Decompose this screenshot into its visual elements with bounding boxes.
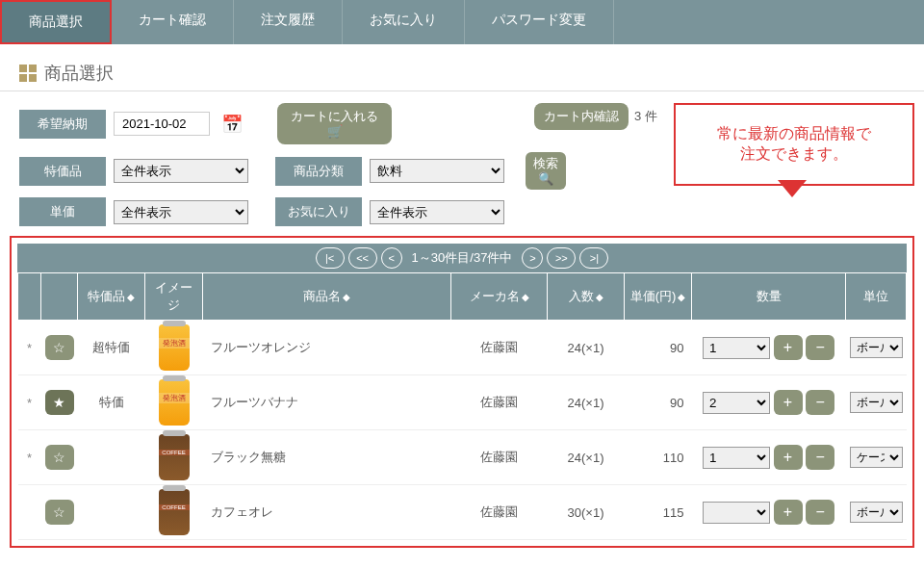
search-button[interactable]: 検索 🔍 [526,152,566,190]
select-tokka[interactable]: 全件表示 [114,159,248,183]
label-fav: お気に入り [275,197,362,226]
table-row: ☆ カフェオレ 佐藤園 30(×1) 115 + − ボール [18,485,907,540]
pager: |< << < 1～30件目/37件中 > >> >| [17,244,907,272]
qty-minus-button[interactable]: − [806,500,834,525]
favorite-toggle[interactable]: ★ [45,390,74,415]
qty-minus-button[interactable]: − [806,335,834,360]
filters: 希望納期 📅 カートに入れる 🛒 特価品 全件表示 商品分類 飲料 検索 🔍 単… [0,103,924,226]
row-price: 90 [625,375,692,430]
qty-select[interactable]: 1 [703,337,770,359]
col-tokka[interactable]: 特価品◆ [78,273,145,321]
col-image: イメージ [145,273,203,321]
tab-order-history[interactable]: 注文履歴 [234,0,343,44]
col-tanka[interactable]: 単価(円)◆ [625,273,692,321]
row-tokka [78,485,145,540]
pager-text: 1～30件目/37件中 [412,249,513,267]
row-price: 90 [625,321,692,375]
magnify-icon: 🔍 [538,171,553,187]
row-maker: 佐藤園 [451,375,548,430]
row-mark: * [18,430,41,485]
row-maker: 佐藤園 [451,430,548,485]
row-price: 110 [625,430,692,485]
table-row: * ☆ ブラック無糖 佐藤園 24(×1) 110 1 + − ケース [18,430,907,485]
col-mark [18,273,41,321]
row-name: ブラック無糖 [203,430,451,485]
label-date: 希望納期 [19,110,106,139]
qty-plus-button[interactable]: + [774,390,803,415]
row-maker: 佐藤園 [451,485,548,540]
product-table: 特価品◆ イメージ 商品名◆ メーカ名◆ 入数◆ 単価(円)◆ 数量 単位 * … [17,272,907,540]
grid-icon [19,65,37,82]
search-label: 検索 [533,156,558,171]
row-name: フルーツオレンジ [203,321,451,375]
product-image [159,379,190,426]
page-title: 商品選択 [44,62,114,85]
pager-prev[interactable]: < [381,247,402,269]
pager-prev-page[interactable]: << [348,247,377,269]
row-name: カフェオレ [203,485,451,540]
pager-last[interactable]: >| [579,247,608,269]
row-mark: * [18,321,41,375]
favorite-toggle[interactable]: ☆ [45,500,74,525]
qty-minus-button[interactable]: − [806,445,834,470]
unit-select[interactable]: ボール [850,392,903,413]
arrow-down-icon [778,180,807,197]
select-tanka[interactable]: 全件表示 [114,200,248,224]
qty-select[interactable]: 1 [703,447,770,469]
row-mark [18,485,41,540]
product-image [159,324,190,371]
col-fav [41,273,78,321]
page-title-row: 商品選択 [0,44,924,91]
favorite-toggle[interactable]: ☆ [45,335,74,360]
row-mark: * [18,375,41,430]
qty-plus-button[interactable]: + [774,500,803,525]
select-bunrui[interactable]: 飲料 [370,159,504,183]
qty-select[interactable]: 2 [703,392,770,414]
qty-plus-button[interactable]: + [774,335,803,360]
row-irisu: 24(×1) [548,375,625,430]
tab-cart-confirm[interactable]: カート確認 [112,0,234,44]
row-tokka: 特価 [78,375,145,430]
nav-tabs: 商品選択 カート確認 注文履歴 お気に入り パスワード変更 [0,0,924,44]
product-table-wrap: |< << < 1～30件目/37件中 > >> >| 特価品◆ イメージ 商品… [10,236,914,548]
label-tokka: 特価品 [19,157,106,186]
qty-select[interactable] [703,502,770,524]
row-maker: 佐藤園 [451,321,548,375]
add-to-cart-label: カートに入れる [291,109,378,124]
row-name: フルーツバナナ [203,375,451,430]
cart-count: 3 件 [634,108,657,125]
qty-minus-button[interactable]: − [806,390,834,415]
tab-product-select[interactable]: 商品選択 [0,0,112,44]
row-tokka [78,430,145,485]
product-image [159,489,190,535]
tab-password[interactable]: パスワード変更 [465,0,614,44]
col-name[interactable]: 商品名◆ [203,273,451,321]
calendar-icon[interactable]: 📅 [221,114,243,135]
cart-icon: 🛒 [327,124,343,140]
unit-select[interactable]: ケース [850,447,903,468]
pager-next-page[interactable]: >> [547,247,576,269]
col-unit: 単位 [846,273,907,321]
row-irisu: 24(×1) [548,321,625,375]
info-callout: 常に最新の商品情報で 注文できます。 [674,103,914,186]
unit-select[interactable]: ボール [850,502,903,523]
tab-favorites[interactable]: お気に入り [343,0,465,44]
select-fav[interactable]: 全件表示 [370,200,504,224]
qty-plus-button[interactable]: + [774,445,803,470]
product-image [159,434,190,480]
table-row: * ★ 特価 フルーツバナナ 佐藤園 24(×1) 90 2 + − ボール [18,375,907,430]
col-qty: 数量 [692,273,846,321]
label-bunrui: 商品分類 [275,157,362,186]
date-input[interactable] [114,112,210,136]
favorite-toggle[interactable]: ☆ [45,445,74,470]
unit-select[interactable]: ボール [850,337,903,358]
pager-first[interactable]: |< [316,247,345,269]
row-irisu: 24(×1) [548,430,625,485]
col-maker[interactable]: メーカ名◆ [451,273,548,321]
col-irisu[interactable]: 入数◆ [548,273,625,321]
table-row: * ☆ 超特価 フルーツオレンジ 佐藤園 24(×1) 90 1 + − ボール [18,321,907,375]
pager-next[interactable]: > [522,247,543,269]
add-to-cart-button[interactable]: カートに入れる 🛒 [277,103,392,144]
cart-check-button[interactable]: カート内確認 [534,103,629,130]
row-irisu: 30(×1) [548,485,625,540]
